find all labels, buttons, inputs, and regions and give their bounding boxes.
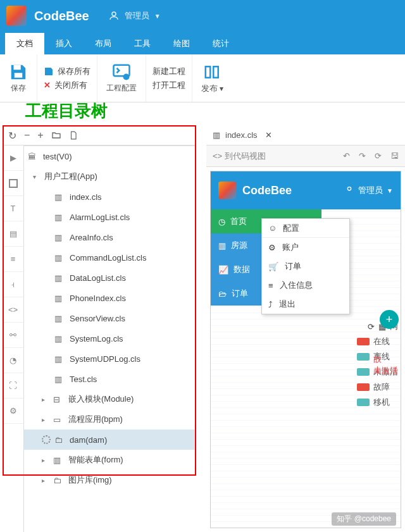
chevron-down-icon: ▼ xyxy=(154,13,161,20)
legend-swatch xyxy=(357,399,370,406)
side-icon-strip: ▶ T ▤ ≡ ⫞ <> ⚯ ◔ ⛶ ⚙ xyxy=(3,145,24,532)
side-link-icon[interactable]: ⚯ xyxy=(3,323,23,348)
side-expand2-icon[interactable]: ⛶ xyxy=(3,373,23,399)
side-sliders-icon[interactable]: ⚙ xyxy=(3,399,23,424)
ribbon-toolbar: 保存 保存所有 ✕ 关闭所有 工程配置 新建工程 打开工程 发布 ▾ xyxy=(0,54,405,102)
chevron-right-icon: ▸ xyxy=(42,396,49,403)
tree-file[interactable]: ▥Test.cls xyxy=(24,369,196,389)
file-icon: ▥ xyxy=(54,253,66,263)
tree-file[interactable]: ▥DataLogList.cls xyxy=(24,268,196,288)
chevron-right-icon: ▸ xyxy=(42,457,49,464)
menu-tab-doc[interactable]: 文档 xyxy=(5,33,44,54)
refresh-icon[interactable]: ⟳ xyxy=(375,151,382,161)
tree-file[interactable]: ▥SensorView.cls xyxy=(24,308,196,328)
user-area[interactable]: 管理员 ▼ xyxy=(108,10,161,22)
chevron-right-icon: ▸ xyxy=(42,477,49,484)
dropdown-config[interactable]: ☺配置 xyxy=(262,219,349,238)
app-name: CodeBee xyxy=(34,9,89,23)
tree-file[interactable]: ▥SystemLog.cls xyxy=(24,328,196,349)
user-dropdown: ☺配置 ⚙账户 🛒订单 ≡入住信息 ⤴退出 xyxy=(261,218,350,314)
publish-icon xyxy=(203,63,222,82)
tree-folder-bpm[interactable]: ▸▭流程应用(bpm) xyxy=(24,409,196,430)
tree-file[interactable]: ▥CommandLogList.cls xyxy=(24,247,196,268)
tree-file[interactable]: ▥SystemUDPLog.cls xyxy=(24,349,196,369)
file-tab[interactable]: ▥ index.cls ✕ xyxy=(206,125,405,145)
save-icon[interactable]: 🖫 xyxy=(390,151,399,161)
tree-folder-app[interactable]: ▾ 用户工程(App) xyxy=(24,166,196,187)
close-all-button[interactable]: ✕ 关闭所有 xyxy=(44,80,90,91)
preview-titlebar: CodeBee 管理员 ▼ xyxy=(211,171,401,209)
dropdown-checkin[interactable]: ≡入住信息 xyxy=(262,276,349,295)
dropdown-account[interactable]: ⚙账户 xyxy=(262,238,349,257)
module-icon: ⊟ xyxy=(53,395,65,404)
file-icon: ▥ xyxy=(213,130,220,140)
add-fab-button[interactable]: + xyxy=(380,310,399,329)
refresh-icon[interactable]: ⟳ xyxy=(368,322,375,331)
side-text-icon[interactable]: T xyxy=(3,196,23,221)
legend-swatch xyxy=(357,383,370,391)
publish-group[interactable]: 发布 ▾ xyxy=(192,54,232,102)
refresh-icon[interactable]: ↻ xyxy=(8,130,16,142)
tree-file[interactable]: ▥index.cls xyxy=(24,187,196,207)
project-config-group[interactable]: 工程配置 xyxy=(97,54,146,102)
preview-body: ◷首页 ▥房源 📈数据 🗁订单 ☺配置 ⚙账户 🛒订单 ≡入住信息 ⤴退出 ⟳▦… xyxy=(211,209,401,528)
dashboard-icon: ◷ xyxy=(218,217,225,226)
collapse-icon[interactable]: − xyxy=(24,130,30,141)
menu-tab-draw[interactable]: 绘图 xyxy=(162,33,201,54)
side-expand-icon[interactable]: ▶ xyxy=(3,145,23,171)
tree-toolbar: ↻ − + xyxy=(3,125,196,145)
new-folder-icon[interactable] xyxy=(51,130,61,140)
folder-icon: 🗀 xyxy=(54,435,66,445)
legend-item: 移机 xyxy=(357,397,398,408)
menubar: 文档 插入 布局 工具 绘图 统计 xyxy=(0,32,405,54)
tree-folder-dam[interactable]: 🗀dam(dam) xyxy=(24,430,196,450)
tree-folder-form[interactable]: ▸▥智能表单(form) xyxy=(24,450,196,470)
close-tab-icon[interactable]: ✕ xyxy=(265,130,272,140)
redo-icon[interactable]: ↷ xyxy=(359,151,366,161)
expand-icon[interactable]: + xyxy=(37,130,43,141)
menu-tab-tool[interactable]: 工具 xyxy=(123,33,162,54)
menu-tab-insert[interactable]: 插入 xyxy=(44,33,84,54)
file-icon: ▥ xyxy=(54,273,66,283)
side-form-icon[interactable]: ▤ xyxy=(3,221,23,247)
watermark: 知乎 @codebee xyxy=(332,512,396,526)
undo-icon[interactable]: ↶ xyxy=(343,151,350,161)
new-project-button[interactable]: 新建工程 xyxy=(153,66,185,77)
annotation-label: 工程目录树 xyxy=(25,100,108,122)
status-hint: 故未激活 xyxy=(373,354,398,376)
side-align-icon[interactable]: ⫞ xyxy=(3,272,23,297)
tree-file[interactable]: ▥AlarmLogList.cls xyxy=(24,207,196,227)
menu-tab-layout[interactable]: 布局 xyxy=(84,33,123,54)
editor-toolbar: <> 到代码视图 ↶ ↷ ⟳ 🖫 xyxy=(206,145,405,167)
tree-file[interactable]: ▥AreaInfo.cls xyxy=(24,227,196,247)
open-project-button[interactable]: 打开工程 xyxy=(153,80,185,91)
tree-file[interactable]: ▥PhoneIndex.cls xyxy=(24,288,196,308)
dropdown-logout[interactable]: ⤴退出 xyxy=(262,295,349,314)
list-icon: ≡ xyxy=(268,281,273,290)
code-view-button[interactable]: <> 到代码视图 xyxy=(213,151,266,162)
file-icon: ▥ xyxy=(54,294,66,303)
save-group[interactable]: 保存 xyxy=(0,54,37,102)
tree-root-label: test(V0) xyxy=(43,152,72,161)
tree-root[interactable]: 🏛 test(V0) xyxy=(24,146,196,166)
app-logo xyxy=(6,6,27,26)
tree-folder-img[interactable]: ▸🗀图片库(img) xyxy=(24,470,196,490)
side-palette-icon[interactable]: ◔ xyxy=(3,348,23,373)
titlebar: CodeBee 管理员 ▼ xyxy=(0,0,405,32)
file-tab-name: index.cls xyxy=(225,130,258,140)
side-list-icon[interactable]: ≡ xyxy=(3,247,23,272)
preview-user[interactable]: 管理员 ▼ xyxy=(344,185,393,196)
save-all-button[interactable]: 保存所有 xyxy=(44,66,90,77)
file-icon: ▥ xyxy=(54,192,66,202)
dropdown-order[interactable]: 🛒订单 xyxy=(262,257,349,276)
tree-folder-module[interactable]: ▸⊟嵌入模块(Module) xyxy=(24,389,196,409)
save-all-label: 保存所有 xyxy=(58,66,90,77)
menu-tab-stats[interactable]: 统计 xyxy=(201,33,240,54)
side-code-icon[interactable]: <> xyxy=(3,297,23,323)
side-page-icon[interactable] xyxy=(3,171,23,196)
file-icon: ▥ xyxy=(54,213,66,222)
tree-folder-label: 用户工程(App) xyxy=(44,171,97,182)
save-all-icon xyxy=(44,66,54,77)
new-file-icon[interactable] xyxy=(69,130,78,140)
chart-icon: 📈 xyxy=(218,265,228,275)
